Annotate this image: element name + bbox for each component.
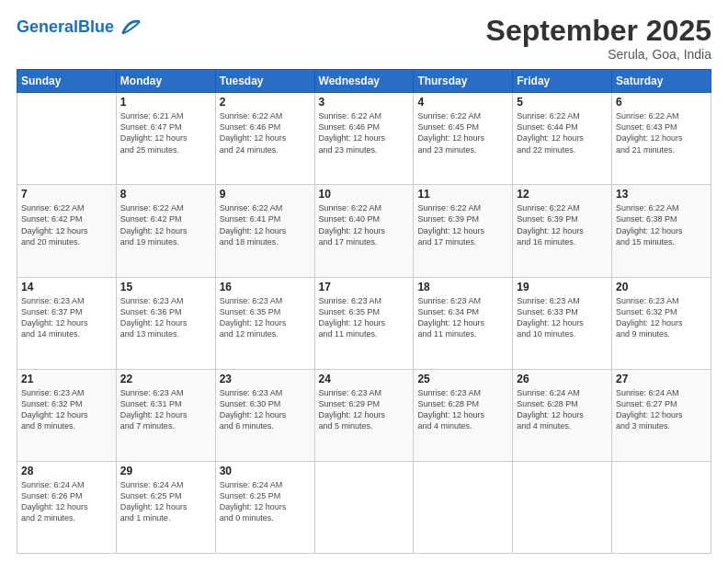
calendar-week-row: 1Sunrise: 6:21 AM Sunset: 6:47 PM Daylig…	[17, 93, 711, 185]
calendar-cell: 4Sunrise: 6:22 AM Sunset: 6:45 PM Daylig…	[414, 93, 513, 185]
day-number: 20	[616, 281, 707, 293]
calendar-cell: 17Sunrise: 6:23 AM Sunset: 6:35 PM Dayli…	[314, 277, 414, 369]
day-number: 3	[319, 96, 410, 109]
day-info: Sunrise: 6:22 AM Sunset: 6:42 PM Dayligh…	[120, 202, 211, 247]
calendar-cell	[17, 93, 117, 185]
day-header-saturday: Saturday	[612, 70, 711, 93]
day-number: 21	[21, 373, 112, 385]
day-number: 29	[120, 465, 211, 477]
logo-text: GeneralBlue	[17, 18, 114, 37]
day-info: Sunrise: 6:22 AM Sunset: 6:44 PM Dayligh…	[517, 110, 608, 155]
calendar-week-row: 21Sunrise: 6:23 AM Sunset: 6:32 PM Dayli…	[17, 369, 711, 461]
day-number: 7	[21, 188, 112, 201]
day-info: Sunrise: 6:23 AM Sunset: 6:30 PM Dayligh…	[220, 387, 311, 432]
day-info: Sunrise: 6:22 AM Sunset: 6:46 PM Dayligh…	[319, 110, 410, 155]
day-header-friday: Friday	[513, 70, 612, 93]
day-number: 11	[417, 188, 508, 201]
day-info: Sunrise: 6:22 AM Sunset: 6:42 PM Dayligh…	[21, 202, 112, 247]
day-number: 23	[220, 373, 311, 385]
day-info: Sunrise: 6:23 AM Sunset: 6:32 PM Dayligh…	[21, 387, 112, 432]
day-info: Sunrise: 6:23 AM Sunset: 6:32 PM Dayligh…	[616, 295, 707, 340]
calendar-cell: 24Sunrise: 6:23 AM Sunset: 6:29 PM Dayli…	[314, 369, 414, 461]
day-number: 22	[120, 373, 211, 385]
month-title: September 2025	[486, 15, 711, 47]
day-number: 2	[220, 96, 311, 109]
calendar-cell: 26Sunrise: 6:24 AM Sunset: 6:28 PM Dayli…	[513, 369, 612, 461]
page: GeneralBlue September 2025 Serula, Goa, …	[0, 0, 728, 563]
calendar-cell: 9Sunrise: 6:22 AM Sunset: 6:41 PM Daylig…	[215, 185, 314, 277]
calendar-cell: 8Sunrise: 6:22 AM Sunset: 6:42 PM Daylig…	[116, 185, 215, 277]
calendar-cell: 2Sunrise: 6:22 AM Sunset: 6:46 PM Daylig…	[215, 93, 314, 185]
day-info: Sunrise: 6:23 AM Sunset: 6:29 PM Dayligh…	[319, 387, 410, 432]
day-number: 30	[220, 465, 311, 477]
calendar-cell	[612, 461, 711, 553]
day-info: Sunrise: 6:22 AM Sunset: 6:43 PM Dayligh…	[616, 110, 707, 155]
day-info: Sunrise: 6:23 AM Sunset: 6:28 PM Dayligh…	[417, 387, 508, 432]
day-info: Sunrise: 6:22 AM Sunset: 6:38 PM Dayligh…	[616, 202, 707, 247]
day-header-tuesday: Tuesday	[215, 70, 314, 93]
day-info: Sunrise: 6:24 AM Sunset: 6:26 PM Dayligh…	[21, 479, 112, 524]
day-info: Sunrise: 6:22 AM Sunset: 6:46 PM Dayligh…	[220, 110, 311, 155]
calendar-cell: 18Sunrise: 6:23 AM Sunset: 6:34 PM Dayli…	[414, 277, 513, 369]
day-info: Sunrise: 6:24 AM Sunset: 6:25 PM Dayligh…	[220, 479, 311, 524]
day-number: 28	[21, 465, 112, 477]
day-info: Sunrise: 6:23 AM Sunset: 6:36 PM Dayligh…	[120, 295, 211, 340]
calendar-cell: 28Sunrise: 6:24 AM Sunset: 6:26 PM Dayli…	[17, 461, 117, 553]
calendar-cell: 10Sunrise: 6:22 AM Sunset: 6:40 PM Dayli…	[314, 185, 414, 277]
calendar-cell: 13Sunrise: 6:22 AM Sunset: 6:38 PM Dayli…	[612, 185, 711, 277]
day-number: 1	[120, 96, 211, 109]
day-number: 17	[319, 281, 410, 293]
calendar-cell: 19Sunrise: 6:23 AM Sunset: 6:33 PM Dayli…	[513, 277, 612, 369]
calendar-cell: 23Sunrise: 6:23 AM Sunset: 6:30 PM Dayli…	[215, 369, 314, 461]
calendar-cell: 16Sunrise: 6:23 AM Sunset: 6:35 PM Dayli…	[215, 277, 314, 369]
location: Serula, Goa, India	[486, 47, 711, 62]
logo: GeneralBlue	[17, 15, 142, 40]
day-number: 4	[417, 96, 508, 109]
day-number: 9	[220, 188, 311, 201]
day-number: 12	[517, 188, 608, 201]
day-info: Sunrise: 6:23 AM Sunset: 6:33 PM Dayligh…	[517, 295, 608, 340]
calendar-table: SundayMondayTuesdayWednesdayThursdayFrid…	[17, 69, 711, 554]
calendar-week-row: 14Sunrise: 6:23 AM Sunset: 6:37 PM Dayli…	[17, 277, 711, 369]
calendar-cell: 22Sunrise: 6:23 AM Sunset: 6:31 PM Dayli…	[116, 369, 215, 461]
header: GeneralBlue September 2025 Serula, Goa, …	[17, 15, 711, 62]
day-info: Sunrise: 6:21 AM Sunset: 6:47 PM Dayligh…	[120, 110, 211, 155]
day-number: 6	[616, 96, 707, 109]
calendar-cell: 5Sunrise: 6:22 AM Sunset: 6:44 PM Daylig…	[513, 93, 612, 185]
calendar-cell: 25Sunrise: 6:23 AM Sunset: 6:28 PM Dayli…	[414, 369, 513, 461]
day-number: 27	[616, 373, 707, 385]
day-header-wednesday: Wednesday	[314, 70, 414, 93]
logo-icon	[116, 15, 142, 40]
day-info: Sunrise: 6:23 AM Sunset: 6:31 PM Dayligh…	[120, 387, 211, 432]
calendar-cell: 21Sunrise: 6:23 AM Sunset: 6:32 PM Dayli…	[17, 369, 117, 461]
calendar-week-row: 7Sunrise: 6:22 AM Sunset: 6:42 PM Daylig…	[17, 185, 711, 277]
day-number: 25	[417, 373, 508, 385]
calendar-week-row: 28Sunrise: 6:24 AM Sunset: 6:26 PM Dayli…	[17, 461, 711, 553]
day-info: Sunrise: 6:22 AM Sunset: 6:39 PM Dayligh…	[517, 202, 608, 247]
calendar-cell	[314, 461, 414, 553]
calendar-cell: 30Sunrise: 6:24 AM Sunset: 6:25 PM Dayli…	[215, 461, 314, 553]
day-number: 16	[220, 281, 311, 293]
day-info: Sunrise: 6:22 AM Sunset: 6:39 PM Dayligh…	[417, 202, 508, 247]
calendar-cell: 11Sunrise: 6:22 AM Sunset: 6:39 PM Dayli…	[414, 185, 513, 277]
day-header-monday: Monday	[116, 70, 215, 93]
day-number: 5	[517, 96, 608, 109]
day-info: Sunrise: 6:22 AM Sunset: 6:41 PM Dayligh…	[220, 202, 311, 247]
day-info: Sunrise: 6:23 AM Sunset: 6:35 PM Dayligh…	[319, 295, 410, 340]
calendar-cell: 29Sunrise: 6:24 AM Sunset: 6:25 PM Dayli…	[116, 461, 215, 553]
calendar-cell: 6Sunrise: 6:22 AM Sunset: 6:43 PM Daylig…	[612, 93, 711, 185]
day-info: Sunrise: 6:23 AM Sunset: 6:34 PM Dayligh…	[417, 295, 508, 340]
day-info: Sunrise: 6:22 AM Sunset: 6:45 PM Dayligh…	[417, 110, 508, 155]
day-info: Sunrise: 6:24 AM Sunset: 6:28 PM Dayligh…	[517, 387, 608, 432]
day-number: 19	[517, 281, 608, 293]
calendar-cell: 7Sunrise: 6:22 AM Sunset: 6:42 PM Daylig…	[17, 185, 117, 277]
day-header-sunday: Sunday	[17, 70, 117, 93]
calendar-header-row: SundayMondayTuesdayWednesdayThursdayFrid…	[17, 70, 711, 93]
calendar-cell: 12Sunrise: 6:22 AM Sunset: 6:39 PM Dayli…	[513, 185, 612, 277]
calendar-cell: 14Sunrise: 6:23 AM Sunset: 6:37 PM Dayli…	[17, 277, 117, 369]
calendar-cell: 15Sunrise: 6:23 AM Sunset: 6:36 PM Dayli…	[116, 277, 215, 369]
calendar-cell	[414, 461, 513, 553]
title-block: September 2025 Serula, Goa, India	[486, 15, 711, 62]
day-number: 10	[319, 188, 410, 201]
day-number: 8	[120, 188, 211, 201]
